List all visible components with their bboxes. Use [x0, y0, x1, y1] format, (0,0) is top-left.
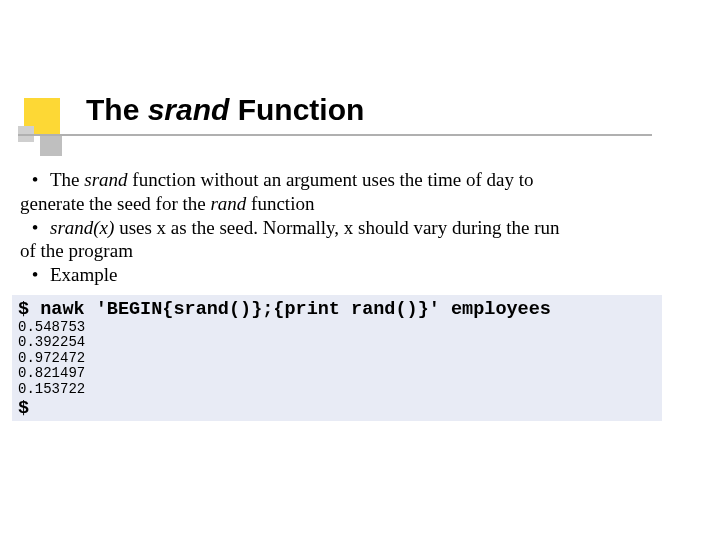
output-line: 0.821497: [18, 366, 656, 381]
bullet-line: The srand function without an argument u…: [20, 169, 534, 190]
text: uses x as the seed. Normally, x should v…: [114, 217, 559, 238]
text: function: [246, 193, 314, 214]
bullet-list: The srand function without an argument u…: [20, 168, 710, 287]
title-srand: srand: [148, 93, 230, 126]
text: The: [50, 169, 84, 190]
bullet-item-1: The srand function without an argument u…: [20, 168, 710, 216]
output-line: 0.392254: [18, 335, 656, 350]
title-decoration: [18, 98, 78, 158]
bullet-item-3: Example: [20, 263, 710, 287]
rand-keyword: rand: [210, 193, 246, 214]
text: function without an argument uses the ti…: [128, 169, 534, 190]
bullet-line: srand(x) uses x as the seed. Normally, x…: [20, 217, 560, 238]
output-line: 0.548753: [18, 320, 656, 335]
decor-square-grey-large: [40, 134, 62, 156]
bullet-line: Example: [20, 264, 118, 285]
title-function: Function: [229, 93, 364, 126]
output-line: 0.972472: [18, 351, 656, 366]
srandx-keyword: srand(x): [50, 217, 114, 238]
shell-prompt: $: [18, 397, 656, 419]
title-the: The: [86, 93, 148, 126]
srand-keyword: srand: [84, 169, 127, 190]
text: generate the seed for the: [20, 193, 210, 214]
slide-title: The srand Function: [86, 93, 364, 127]
bullet-wrap: of the program: [20, 239, 710, 263]
slide-body: The srand function without an argument u…: [20, 168, 710, 287]
code-block: $ nawk 'BEGIN{srand()};{print rand()}' e…: [12, 295, 662, 421]
command-line: $ nawk 'BEGIN{srand()};{print rand()}' e…: [18, 299, 656, 320]
bullet-item-2: srand(x) uses x as the seed. Normally, x…: [20, 216, 710, 264]
title-underline: [18, 134, 652, 136]
bullet-wrap: generate the seed for the rand function: [20, 192, 710, 216]
output-line: 0.153722: [18, 382, 656, 397]
